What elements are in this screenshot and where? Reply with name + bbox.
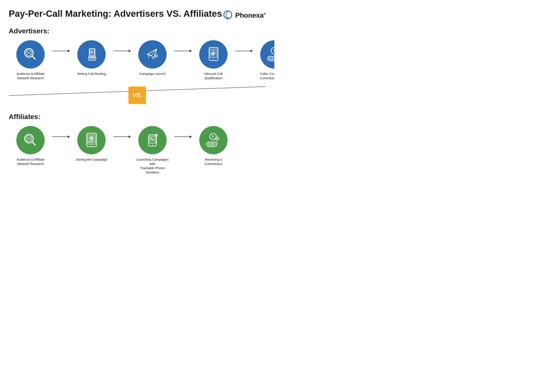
tablet-plus-icon (85, 132, 99, 148)
svg-line-41 (27, 139, 29, 140)
svg-point-23 (213, 59, 214, 60)
aff-step-1: Audience & AffiliateNetwork Research (9, 126, 52, 166)
svg-line-39 (27, 137, 29, 139)
aff-label-1: Audience & AffiliateNetwork Research (17, 157, 45, 166)
adv-circle-1 (16, 40, 45, 69)
svg-line-13 (29, 53, 31, 54)
adv-circle-3 (138, 40, 167, 69)
svg-point-20 (156, 56, 157, 56)
campaign-launch-icon (145, 47, 160, 62)
svg-point-46 (91, 145, 92, 146)
aff-step-3: Launching Campaigns withTrackable Phone … (131, 126, 174, 174)
aff-circle-4: $ $ (199, 126, 228, 154)
svg-line-40 (29, 137, 31, 139)
adv-label-1: Audience & AffiliateNetwork Research (17, 72, 45, 80)
magnifier-green-icon (23, 133, 38, 148)
vs-section: VS. (9, 84, 266, 106)
arrow-3 (174, 51, 192, 51)
page-title: Pay-Per-Call Marketing: Advertisers VS. … (9, 9, 222, 19)
logo-area: Phonexa® (222, 10, 266, 21)
aff-label-4: Receiving aCommission (205, 157, 222, 166)
magnifier-icon (23, 47, 38, 62)
svg-line-43 (32, 142, 35, 145)
svg-line-10 (27, 52, 29, 53)
arrow-2 (113, 51, 131, 51)
aff-circle-2 (77, 126, 106, 154)
aff-label-2: Joining the Campaign (76, 157, 107, 162)
svg-point-54 (152, 145, 153, 146)
adv-step-5: $ $ Caller Conversion &Commission Payout (253, 40, 274, 80)
adv-circle-5: $ $ (260, 40, 274, 69)
svg-text:$: $ (212, 134, 214, 138)
phone-trackable-icon (145, 132, 160, 148)
vs-badge: VS. (128, 87, 146, 104)
adv-circle-2 (77, 40, 106, 69)
money-hand-blue-icon: $ $ (266, 47, 274, 62)
advertisers-section: Advertisers: (9, 27, 266, 80)
aff-circle-1 (16, 126, 45, 154)
adv-step-1: Audience & AffiliateNetwork Research (9, 40, 52, 80)
svg-line-42 (29, 139, 31, 140)
money-hand-green-icon: $ $ (205, 133, 222, 148)
arrow-1 (52, 51, 70, 51)
arrow-aff-1 (52, 136, 70, 137)
svg-text:$: $ (216, 138, 218, 140)
svg-point-1 (227, 17, 228, 19)
arrow-aff-2 (113, 136, 131, 137)
advertisers-label: Advertisers: (9, 27, 266, 35)
arrow-4 (235, 51, 253, 51)
svg-line-14 (32, 56, 35, 59)
adv-label-2: Setting Call Routing (77, 72, 106, 76)
adv-label-3: Campaign Launch (139, 72, 166, 76)
arrow-aff-3 (174, 136, 192, 137)
svg-line-11 (29, 52, 31, 53)
header: Pay-Per-Call Marketing: Advertisers VS. … (9, 9, 266, 21)
svg-line-12 (27, 53, 29, 54)
affiliates-label: Affiliates: (9, 113, 266, 121)
adv-step-2: Setting Call Routing (70, 40, 113, 76)
aff-label-3: Launching Campaigns withTrackable Phone … (135, 157, 170, 174)
aff-circle-3 (138, 126, 167, 154)
affiliates-flow: Audience & AffiliateNetwork Research (9, 126, 266, 174)
logo-text: Phonexa® (235, 11, 266, 19)
svg-text:$: $ (273, 49, 274, 52)
adv-label-5: Caller Conversion &Commission Payout (260, 72, 274, 80)
adv-label-4: Inbound CallQualification (204, 72, 222, 80)
phonexa-logo-icon (222, 10, 233, 21)
tablet-call-icon (207, 46, 221, 63)
affiliates-section: Affiliates: Aud (9, 113, 266, 174)
adv-circle-4 (199, 40, 228, 69)
adv-step-4: Inbound CallQualification (192, 40, 235, 80)
aff-step-2: Joining the Campaign (70, 126, 113, 162)
aff-step-4: $ $ Receiving aCommission (192, 126, 235, 166)
adv-step-3: Campaign Launch (131, 40, 174, 76)
advertisers-flow: Audience & AffiliateNetwork Research Set (9, 40, 266, 80)
phone-hand-icon (85, 48, 99, 62)
